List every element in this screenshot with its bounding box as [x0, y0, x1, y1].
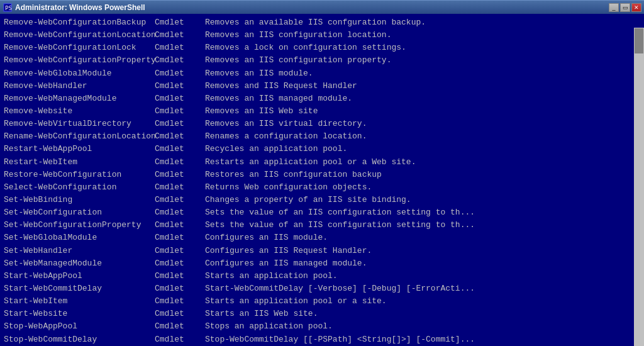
- table-row: Remove-WebVirtualDirectoryCmdletRemoves …: [4, 118, 630, 130]
- command-type: Cmdlet: [155, 80, 205, 92]
- table-row: Start-WebCommitDelayCmdletStart-WebCommi…: [4, 282, 630, 295]
- command-name: Start-Website: [4, 308, 155, 320]
- table-row: Stop-WebAppPoolCmdletStops an applicatio…: [4, 320, 630, 333]
- command-name: Stop-WebAppPool: [4, 320, 155, 333]
- command-name: Restart-WebAppPool: [4, 143, 155, 155]
- command-description: Configures an IIS module.: [205, 232, 630, 244]
- table-row: Restart-WebItemCmdletRestarts an applica…: [4, 156, 630, 169]
- command-type: Cmdlet: [155, 333, 205, 343]
- table-row: Remove-WebManagedModuleCmdletRemoves an …: [4, 92, 630, 105]
- command-description: Renames a configuration location.: [205, 130, 630, 143]
- command-type: Cmdlet: [155, 308, 205, 320]
- command-description: Changes a property of an IIS site bindin…: [205, 194, 630, 206]
- command-type: Cmdlet: [155, 92, 205, 105]
- command-type: Cmdlet: [155, 282, 205, 295]
- command-type: Cmdlet: [155, 156, 205, 169]
- command-type: Cmdlet: [155, 245, 205, 257]
- command-description: Configures an IIS Request Handler.: [205, 245, 630, 257]
- minimize-button[interactable]: _: [609, 3, 619, 12]
- table-row: Set-WebConfigurationPropertyCmdletSets t…: [4, 219, 630, 232]
- titlebar-title: Administrator: Windows PowerShell: [15, 3, 609, 12]
- command-name: Remove-WebManagedModule: [4, 92, 155, 105]
- command-name: Remove-WebVirtualDirectory: [4, 118, 155, 130]
- close-button[interactable]: ✕: [631, 3, 641, 12]
- command-type: Cmdlet: [155, 143, 205, 155]
- command-name: Set-WebHandler: [4, 245, 155, 257]
- command-name: Remove-WebConfigurationProperty: [4, 54, 155, 67]
- console-wrapper: Remove-WebConfigurationBackupCmdletRemov…: [0, 14, 644, 346]
- command-name: Remove-WebConfigurationBackup: [4, 16, 155, 29]
- command-description: Removes an IIS configuration location.: [205, 29, 630, 42]
- command-description: Starts an application pool.: [205, 270, 630, 282]
- commands-list: Remove-WebConfigurationBackupCmdletRemov…: [4, 16, 630, 343]
- command-name: Rename-WebConfigurationLocation: [4, 130, 155, 143]
- command-description: Sets the value of an IIS configuration s…: [205, 206, 630, 219]
- command-type: Cmdlet: [155, 54, 205, 67]
- command-description: Restores an IIS configuration backup: [205, 169, 630, 181]
- table-row: Remove-WebConfigurationLockCmdletRemoves…: [4, 42, 630, 54]
- command-description: Starts an application pool or a site.: [205, 295, 630, 308]
- command-name: Restore-WebConfiguration: [4, 169, 155, 181]
- command-description: Stops an application pool.: [205, 320, 630, 333]
- table-row: Rename-WebConfigurationLocationCmdletRen…: [4, 130, 630, 143]
- command-description: Configures an IIS managed module.: [205, 257, 630, 270]
- command-description: Removes an IIS configuration property.: [205, 54, 630, 67]
- command-description: Starts an IIS Web site.: [205, 308, 630, 320]
- command-type: Cmdlet: [155, 206, 205, 219]
- table-row: Restore-WebConfigurationCmdletRestores a…: [4, 169, 630, 181]
- command-type: Cmdlet: [155, 169, 205, 181]
- command-type: Cmdlet: [155, 42, 205, 54]
- table-row: Stop-WebCommitDelayCmdletStop-WebCommitD…: [4, 333, 630, 343]
- command-description: Returns Web configuration objects.: [205, 181, 630, 194]
- command-type: Cmdlet: [155, 118, 205, 130]
- titlebar-icon: PS: [3, 3, 13, 13]
- command-name: Select-WebConfiguration: [4, 181, 155, 194]
- titlebar: PS Administrator: Windows PowerShell _ ▭…: [0, 0, 644, 14]
- scrollbar[interactable]: [634, 28, 644, 346]
- command-description: Removes an IIS managed module.: [205, 92, 630, 105]
- table-row: Remove-WebHandlerCmdletRemoves and IIS R…: [4, 80, 630, 92]
- command-name: Remove-WebConfigurationLocation: [4, 29, 155, 42]
- command-name: Start-WebItem: [4, 295, 155, 308]
- command-description: Removes an IIS Web site: [205, 105, 630, 118]
- table-row: Restart-WebAppPoolCmdletRecycles an appl…: [4, 143, 630, 155]
- scrollbar-thumb[interactable]: [635, 28, 643, 53]
- table-row: Remove-WebsiteCmdletRemoves an IIS Web s…: [4, 105, 630, 118]
- command-description: Removes a lock on configuration settings…: [205, 42, 630, 54]
- command-type: Cmdlet: [155, 257, 205, 270]
- table-row: Start-WebItemCmdletStarts an application…: [4, 295, 630, 308]
- titlebar-buttons: _ ▭ ✕: [609, 3, 641, 12]
- table-row: Set-WebManagedModuleCmdletConfigures an …: [4, 257, 630, 270]
- table-row: Start-WebAppPoolCmdletStarts an applicat…: [4, 270, 630, 282]
- command-description: Restarts an application pool or a Web si…: [205, 156, 630, 169]
- command-name: Remove-Website: [4, 105, 155, 118]
- table-row: Set-WebHandlerCmdletConfigures an IIS Re…: [4, 245, 630, 257]
- table-row: Remove-WebConfigurationPropertyCmdletRem…: [4, 54, 630, 67]
- command-description: Recycles an application pool.: [205, 143, 630, 155]
- svg-text:PS: PS: [5, 5, 12, 11]
- table-row: Start-WebsiteCmdletStarts an IIS Web sit…: [4, 308, 630, 320]
- command-type: Cmdlet: [155, 194, 205, 206]
- command-name: Set-WebBinding: [4, 194, 155, 206]
- command-description: Removes an IIS module.: [205, 67, 630, 80]
- command-name: Remove-WebConfigurationLock: [4, 42, 155, 54]
- command-name: Remove-WebGlobalModule: [4, 67, 155, 80]
- command-type: Cmdlet: [155, 130, 205, 143]
- table-row: Set-WebConfigurationCmdletSets the value…: [4, 206, 630, 219]
- table-row: Remove-WebGlobalModuleCmdletRemoves an I…: [4, 67, 630, 80]
- table-row: Select-WebConfigurationCmdletReturns Web…: [4, 181, 630, 194]
- console-area: Remove-WebConfigurationBackupCmdletRemov…: [0, 14, 644, 346]
- command-type: Cmdlet: [155, 29, 205, 42]
- command-name: Set-WebGlobalModule: [4, 232, 155, 244]
- command-type: Cmdlet: [155, 219, 205, 232]
- command-name: Set-WebConfiguration: [4, 206, 155, 219]
- command-name: Start-WebAppPool: [4, 270, 155, 282]
- command-type: Cmdlet: [155, 181, 205, 194]
- command-name: Restart-WebItem: [4, 156, 155, 169]
- command-description: Removes an available IIS confguration ba…: [205, 16, 630, 29]
- command-name: Set-WebConfigurationProperty: [4, 219, 155, 232]
- command-type: Cmdlet: [155, 295, 205, 308]
- command-type: Cmdlet: [155, 270, 205, 282]
- restore-button[interactable]: ▭: [620, 3, 630, 12]
- command-name: Stop-WebCommitDelay: [4, 333, 155, 343]
